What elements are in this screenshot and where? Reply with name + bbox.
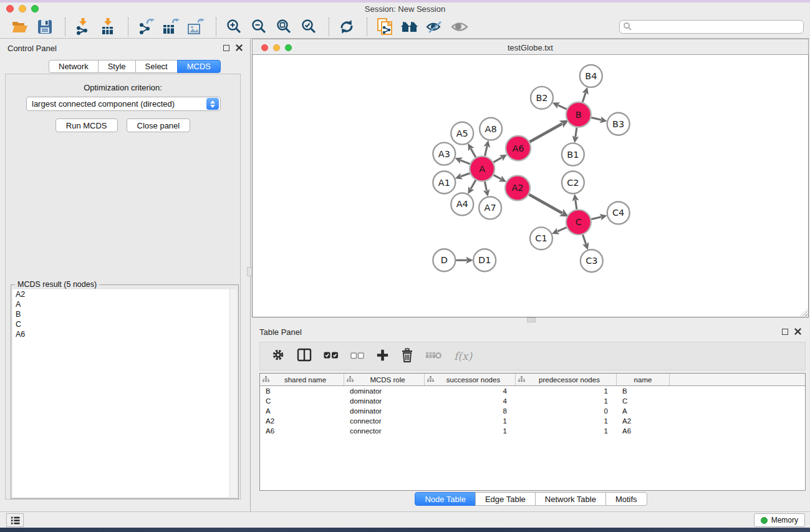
graph-node-B2[interactable]: B2 <box>531 87 553 109</box>
graph-edge-B-B1[interactable] <box>576 128 577 137</box>
close-panel-button[interactable]: Close panel <box>127 118 191 132</box>
zoom-out-button[interactable] <box>248 17 270 37</box>
graph-edge-A-A2[interactable] <box>494 175 501 180</box>
graph-edge-A-A6[interactable] <box>493 157 502 162</box>
network-canvas[interactable]: B4B2BB3A8A5A6A3B1AA1C2A2A4A7C4CC1DD1C3 <box>253 55 808 317</box>
result-list-item[interactable]: A2 <box>12 289 237 299</box>
close-table-panel-icon[interactable] <box>794 328 801 335</box>
column-settings-button[interactable] <box>271 348 285 364</box>
graph-node-A5[interactable]: A5 <box>451 122 473 145</box>
memory-button[interactable]: Memory <box>754 513 805 527</box>
add-column-button[interactable] <box>376 349 389 364</box>
table-row[interactable]: A6connector11A6 <box>260 426 805 436</box>
tab-motifs[interactable]: Motifs <box>605 492 647 506</box>
tab-style[interactable]: Style <box>98 60 136 73</box>
graph-node-A[interactable]: A <box>470 157 494 181</box>
table-row[interactable]: Adominator80A <box>260 406 805 416</box>
graph-edge-C-C2[interactable] <box>576 200 577 209</box>
export-network-button[interactable] <box>135 17 157 37</box>
result-list-item[interactable]: A6 <box>12 329 237 339</box>
graph-edge-B-B2[interactable] <box>557 105 566 109</box>
graph-node-B3[interactable]: B3 <box>607 113 630 135</box>
graph-edge-C-C1[interactable] <box>557 228 567 232</box>
graph-node-B1[interactable]: B1 <box>562 143 584 166</box>
graph-edge-A6-B[interactable] <box>529 123 562 142</box>
tab-network[interactable]: Network <box>49 60 99 73</box>
zoom-in-button[interactable] <box>223 17 245 37</box>
graph-node-C[interactable]: C <box>566 210 591 235</box>
tab-select[interactable]: Select <box>135 60 178 73</box>
graph-edge-A-A7[interactable] <box>485 181 486 191</box>
graph-edge-A2-C[interactable] <box>529 195 562 213</box>
graph-node-A4[interactable]: A4 <box>451 193 473 215</box>
column-header-predecessor-nodes[interactable]: predecessor nodes <box>516 374 617 385</box>
zoom-fit-button[interactable] <box>272 17 295 37</box>
show-columns-button[interactable] <box>297 348 312 364</box>
graph-edge-A-A5[interactable] <box>471 148 476 157</box>
export-image-button[interactable] <box>185 17 207 37</box>
graph-node-A2[interactable]: A2 <box>505 176 530 201</box>
open-session-button[interactable] <box>9 17 31 37</box>
graph-node-A7[interactable]: A7 <box>479 196 501 219</box>
horizontal-splitter-handle[interactable] <box>527 317 536 322</box>
graph-edge-C-C3[interactable] <box>583 235 586 244</box>
delete-table-button[interactable] <box>425 351 442 362</box>
hide-selected-button[interactable] <box>423 17 446 37</box>
deselect-all-button[interactable] <box>350 351 364 362</box>
column-header-MCDS-role[interactable]: MCDS role <box>344 374 425 385</box>
graph-node-B[interactable]: B <box>566 102 591 127</box>
delete-columns-button[interactable] <box>401 348 413 365</box>
select-all-button[interactable] <box>324 351 339 362</box>
graph-node-A1[interactable]: A1 <box>433 172 455 194</box>
graph-edge-A-A8[interactable] <box>485 146 488 156</box>
graph-edge-A-A1[interactable] <box>461 173 470 177</box>
graph-edge-A-A3[interactable] <box>460 160 470 164</box>
import-table-button[interactable] <box>97 17 119 37</box>
criterion-dropdown[interactable]: largest connected component (directed) <box>26 97 221 111</box>
tab-network-table[interactable]: Network Table <box>535 492 606 506</box>
result-list-item[interactable]: B <box>12 309 237 319</box>
column-header-name[interactable]: name <box>617 374 670 385</box>
graph-node-B4[interactable]: B4 <box>580 65 602 87</box>
graph-node-C1[interactable]: C1 <box>530 227 552 249</box>
graph-edge-B-B3[interactable] <box>591 118 601 120</box>
export-table-button[interactable] <box>160 17 182 37</box>
tab-edge-table[interactable]: Edge Table <box>475 492 536 506</box>
mcds-result-list[interactable]: A2ABCA6 <box>12 289 237 497</box>
run-mcds-button[interactable]: Run MCDS <box>55 118 118 132</box>
home-view-button[interactable] <box>398 17 421 37</box>
graph-edge-B-B4[interactable] <box>582 92 586 102</box>
result-list-item[interactable]: C <box>12 319 237 329</box>
zoom-selected-button[interactable] <box>297 17 320 37</box>
close-panel-icon[interactable] <box>236 44 243 51</box>
graph-node-A6[interactable]: A6 <box>506 136 531 161</box>
graph-node-A3[interactable]: A3 <box>433 143 455 165</box>
result-list-item[interactable]: A <box>12 299 237 309</box>
graph-node-D1[interactable]: D1 <box>473 249 496 271</box>
table-row[interactable]: Cdominator41C <box>260 396 805 406</box>
network-view[interactable]: B4B2BB3A8A5A6A3B1AA1C2A2A4A7C4CC1DD1C3 <box>252 55 809 317</box>
table-row[interactable]: A2connector11A2 <box>260 416 805 426</box>
function-builder-button[interactable]: f(x) <box>454 350 472 362</box>
float-table-panel-icon[interactable] <box>782 329 788 335</box>
result-scrollbar[interactable] <box>229 289 237 497</box>
float-panel-icon[interactable] <box>223 45 229 51</box>
column-header-successor-nodes[interactable]: successor nodes <box>425 374 516 385</box>
refresh-view-button[interactable] <box>335 17 358 37</box>
graph-edge-A-A4[interactable] <box>471 180 476 189</box>
table-row[interactable]: Bdominator41B <box>260 386 805 396</box>
column-header-shared-name[interactable]: shared name <box>260 374 344 385</box>
graph-node-A8[interactable]: A8 <box>480 118 502 140</box>
graph-edge-C-C4[interactable] <box>591 217 601 220</box>
graph-node-C2[interactable]: C2 <box>562 172 584 194</box>
graph-node-C4[interactable]: C4 <box>607 201 630 224</box>
graph-node-D[interactable]: D <box>433 249 455 271</box>
panel-selector-button[interactable] <box>6 513 24 527</box>
save-session-button[interactable] <box>34 17 56 37</box>
import-network-button[interactable] <box>72 17 94 37</box>
show-all-button[interactable] <box>448 17 471 37</box>
network-from-file-button[interactable] <box>374 17 396 37</box>
graph-node-C3[interactable]: C3 <box>581 249 603 272</box>
tab-node-table[interactable]: Node Table <box>415 492 476 506</box>
search-input[interactable] <box>635 22 799 31</box>
